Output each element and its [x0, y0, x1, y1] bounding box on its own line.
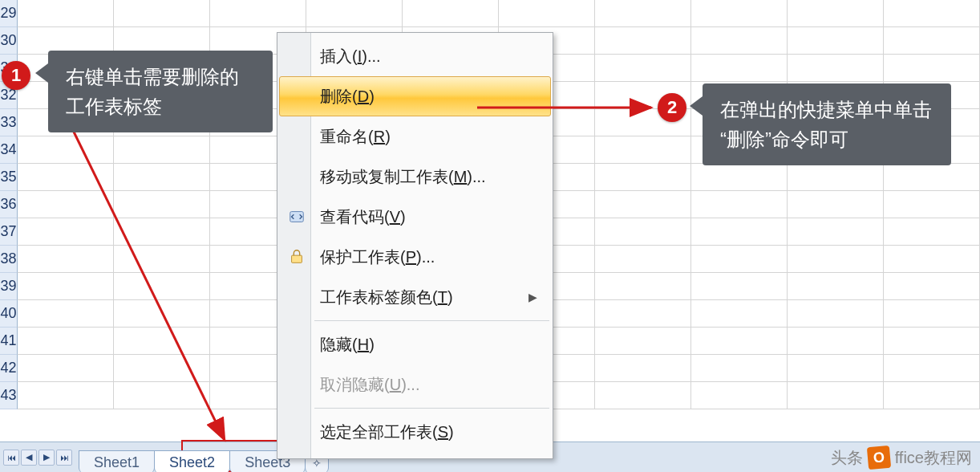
cell[interactable] [114, 300, 210, 328]
cell[interactable] [114, 246, 210, 273]
cell[interactable] [884, 300, 980, 328]
cell[interactable] [18, 355, 114, 382]
nav-first-button[interactable]: ⏮ [3, 450, 19, 466]
row-header[interactable]: 30 [0, 27, 18, 55]
cell[interactable] [595, 191, 691, 218]
cell[interactable] [884, 218, 980, 246]
cell[interactable] [18, 136, 114, 164]
cell[interactable] [788, 55, 884, 82]
row-header[interactable]: 35 [0, 164, 18, 191]
cell[interactable] [884, 382, 980, 409]
sheet-tab-sheet2[interactable]: Sheet2 [154, 450, 230, 472]
cell[interactable] [691, 55, 788, 82]
row-header[interactable]: 42 [0, 355, 18, 382]
cell[interactable] [788, 0, 884, 27]
cell[interactable] [18, 328, 114, 355]
row-header[interactable]: 36 [0, 191, 18, 218]
cell[interactable] [884, 273, 980, 300]
cell[interactable] [114, 0, 210, 27]
row-header[interactable]: 40 [0, 300, 18, 328]
cell[interactable] [691, 273, 788, 300]
cell[interactable] [210, 0, 306, 27]
cell[interactable] [884, 328, 980, 355]
cell[interactable] [114, 355, 210, 382]
cell[interactable] [691, 191, 788, 218]
cell[interactable] [595, 300, 691, 328]
row-header[interactable]: 41 [0, 328, 18, 355]
row-header[interactable]: 34 [0, 136, 18, 164]
cell[interactable] [788, 382, 884, 409]
cell[interactable] [18, 300, 114, 328]
cell[interactable] [691, 0, 788, 27]
cell[interactable] [18, 382, 114, 409]
menu-item-S[interactable]: 选定全部工作表(S) [279, 412, 551, 452]
cell[interactable] [788, 27, 884, 55]
cell[interactable] [691, 355, 788, 382]
cell[interactable] [884, 27, 980, 55]
cell[interactable] [691, 246, 788, 273]
cell[interactable] [691, 382, 788, 409]
cell[interactable] [114, 273, 210, 300]
cell[interactable] [595, 355, 691, 382]
cell[interactable] [788, 328, 884, 355]
cell[interactable] [499, 0, 595, 27]
cell[interactable] [114, 382, 210, 409]
cell[interactable] [595, 218, 691, 246]
cell[interactable] [18, 218, 114, 246]
cell[interactable] [884, 191, 980, 218]
menu-item-R[interactable]: 重命名(R) [279, 116, 551, 157]
cell[interactable] [306, 0, 403, 27]
row-header[interactable]: 43 [0, 382, 18, 409]
row-header[interactable]: 29 [0, 0, 18, 27]
cell[interactable] [691, 218, 788, 246]
cell[interactable] [595, 164, 691, 191]
cell[interactable] [884, 355, 980, 382]
cell[interactable] [788, 191, 884, 218]
menu-item-V[interactable]: 查看代码(V) [279, 197, 551, 237]
cell[interactable] [114, 218, 210, 246]
cell[interactable] [114, 164, 210, 191]
cell[interactable] [595, 273, 691, 300]
menu-item-P[interactable]: 保护工作表(P)... [279, 237, 551, 277]
menu-item-I[interactable]: 插入(I)... [279, 36, 551, 76]
menu-item-H[interactable]: 隐藏(H) [279, 324, 551, 364]
cell[interactable] [595, 328, 691, 355]
nav-prev-button[interactable]: ◀ [21, 450, 37, 466]
menu-item-M[interactable]: 移动或复制工作表(M)... [279, 157, 551, 197]
cell[interactable] [691, 300, 788, 328]
cell[interactable] [595, 136, 691, 164]
cell[interactable] [884, 0, 980, 27]
cell[interactable] [114, 328, 210, 355]
cell[interactable] [788, 355, 884, 382]
cell[interactable] [403, 0, 499, 27]
row-header[interactable]: 37 [0, 218, 18, 246]
sheet-tab-sheet1[interactable]: Sheet1 [79, 450, 155, 472]
cell[interactable] [18, 191, 114, 218]
cell[interactable] [114, 136, 210, 164]
row-header[interactable]: 38 [0, 246, 18, 273]
menu-item-T[interactable]: 工作表标签颜色(T)▶ [279, 277, 551, 317]
nav-next-button[interactable]: ▶ [38, 450, 55, 466]
row-header[interactable]: 33 [0, 109, 18, 136]
nav-last-button[interactable]: ⏭ [56, 450, 72, 466]
cell[interactable] [595, 55, 691, 82]
cell[interactable] [788, 218, 884, 246]
cell[interactable] [691, 164, 788, 191]
cell[interactable] [595, 27, 691, 55]
cell[interactable] [595, 0, 691, 27]
cell[interactable] [595, 382, 691, 409]
cell[interactable] [18, 246, 114, 273]
cell[interactable] [788, 246, 884, 273]
cell[interactable] [595, 246, 691, 273]
cell[interactable] [884, 164, 980, 191]
row-header[interactable]: 39 [0, 273, 18, 300]
menu-item-D[interactable]: 删除(D) [279, 76, 551, 116]
cell[interactable] [114, 191, 210, 218]
cell[interactable] [18, 0, 114, 27]
cell[interactable] [691, 27, 788, 55]
cell[interactable] [884, 55, 980, 82]
cell[interactable] [884, 246, 980, 273]
cell[interactable] [18, 164, 114, 191]
cell[interactable] [18, 273, 114, 300]
cell[interactable] [788, 273, 884, 300]
